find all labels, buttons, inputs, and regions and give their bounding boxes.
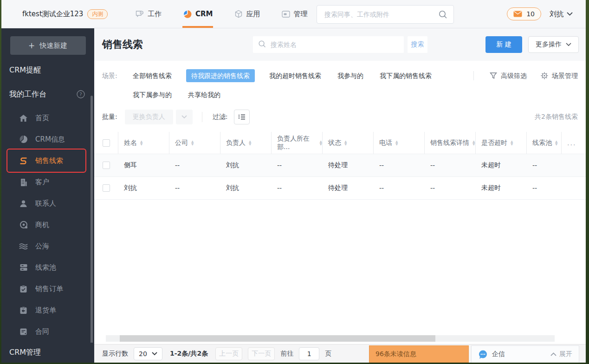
lead-name-cell[interactable]: 侧耳 [118, 161, 169, 169]
record-range: 1-2条/共2条 [170, 350, 208, 358]
sidebar-item-contract[interactable]: 合同 [1, 321, 94, 342]
nav-item-manage-card[interactable]: 管理 [282, 0, 308, 28]
sort-icon[interactable]: ▲▼ [140, 140, 142, 146]
scene-tab-3[interactable]: 我参与的 [336, 69, 365, 82]
sidebar-item-target[interactable]: 商机 [1, 214, 94, 235]
table-row[interactable]: 刘抗--刘抗--待处理----未超时-- [94, 177, 586, 200]
table-cell: -- [425, 162, 476, 169]
pie-icon [19, 135, 28, 143]
more-columns-button[interactable]: ... [562, 132, 586, 154]
sidebar-item-return[interactable]: 退货单 [1, 299, 94, 321]
nav-item-crm-pie[interactable]: CRM [183, 0, 213, 28]
leads-table: 姓名▲▼公司▲▼负责人▲▼负责人所在部...▲▼状态▲▼电话▲▼销售线索详情▲▼… [94, 132, 586, 200]
sort-icon[interactable]: ▲▼ [472, 140, 475, 146]
rows-per-page-select[interactable]: 20 [134, 347, 162, 360]
sidebar-item-building[interactable]: 客户 [1, 171, 94, 193]
sort-icon[interactable]: ▲▼ [555, 140, 557, 146]
top-nav: 工作CRM应用管理 [136, 0, 308, 28]
column-header-1[interactable]: 公司▲▼ [169, 132, 220, 154]
scene-tools: 高级筛选 场景管理 [473, 69, 578, 82]
scene-tab-4[interactable]: 我下属的销售线索 [378, 69, 434, 82]
sidebar-scrollbar[interactable] [91, 96, 93, 344]
column-header-7[interactable]: 是否超时▲▼ [476, 132, 527, 154]
table-cell: 待处理 [323, 184, 374, 192]
lead-name-cell[interactable]: 刘抗 [118, 184, 169, 192]
unread-messages-dock[interactable]: 96条未读信息 [369, 345, 469, 363]
more-actions-button[interactable]: 更多操作 [528, 36, 579, 53]
page-number-input[interactable] [299, 347, 319, 360]
qixin-chat-dock[interactable]: 企信 展开 [471, 345, 579, 363]
scene-tab-2[interactable]: 我的超时销售线索 [267, 69, 323, 82]
table-cell: -- [527, 162, 562, 169]
user-menu[interactable]: 刘抗 [550, 10, 573, 19]
sidebar-item-pool[interactable]: 线索池 [1, 257, 94, 278]
help-question-icon[interactable]: ? [77, 90, 85, 98]
sidebar-item-label: CRM信息 [35, 135, 65, 144]
change-owner-button[interactable]: 更换负责人 [125, 110, 173, 124]
envelope-icon [513, 11, 522, 17]
name-search-input[interactable] [253, 36, 404, 53]
filter-list-icon [238, 114, 246, 120]
scene-tab-6[interactable]: 共享给我的 [186, 88, 222, 101]
workbench-label: 我的工作台 [9, 90, 46, 99]
sidebar-item-waves[interactable]: 公海 [1, 235, 94, 257]
scene-manage-button[interactable]: 场景管理 [541, 69, 578, 82]
horizontal-scrollbar-track[interactable] [106, 335, 555, 342]
table-cell: -- [169, 184, 220, 192]
sort-icon[interactable]: ▲▼ [320, 140, 322, 146]
sidebar-item-person[interactable]: 联系人 [1, 193, 94, 214]
column-header-0[interactable]: 姓名▲▼ [118, 132, 169, 154]
batch-dropdown-button[interactable] [176, 110, 193, 124]
unread-mail-pill[interactable]: 10 [507, 7, 541, 20]
column-header-8[interactable]: 线索池▲▼ [527, 132, 562, 154]
filter-list-button[interactable] [234, 110, 250, 124]
top-bar: fktest测试企业123 内测 工作CRM应用管理 10 刘抗 [1, 0, 586, 28]
next-page-button[interactable]: 下一页 [248, 347, 275, 360]
column-label: 姓名 [124, 139, 137, 147]
column-header-2[interactable]: 负责人▲▼ [220, 132, 272, 154]
new-button[interactable]: 新 建 [485, 36, 522, 53]
table-cell: 待处理 [323, 161, 374, 169]
global-search-input[interactable] [317, 6, 453, 23]
sort-icon[interactable]: ▲▼ [344, 140, 347, 146]
nav-item-apps-cube[interactable]: 应用 [234, 0, 260, 28]
table-row[interactable]: 侧耳--刘抗--待处理----未超时-- [94, 154, 586, 177]
row-checkbox[interactable] [103, 184, 110, 192]
column-header-3[interactable]: 负责人所在部...▲▼ [272, 132, 323, 154]
column-header-6[interactable]: 销售线索详情▲▼ [425, 132, 476, 154]
sidebar-item-home[interactable]: 首页 [1, 107, 94, 129]
user-name: 刘抗 [550, 10, 563, 19]
select-all-checkbox[interactable] [103, 139, 110, 147]
global-search-box [317, 5, 454, 24]
quick-create-button[interactable]: + 快速新建 [10, 36, 86, 55]
list-panel: 场景: 全部销售线索待我跟进的销售线索我的超时销售线索我参与的我下属的销售线索我… [94, 61, 586, 344]
sort-icon[interactable]: ▲▼ [511, 140, 513, 146]
scene-tab-5[interactable]: 我下属参与的 [131, 88, 174, 101]
column-header-5[interactable]: 电话▲▼ [374, 132, 425, 154]
sidebar-item-label: 退货单 [35, 306, 56, 315]
sort-icon[interactable]: ▲▼ [395, 140, 398, 146]
sidebar-section-crm-reminder[interactable]: CRM提醒 [1, 61, 94, 79]
expand-button[interactable]: 展开 [550, 350, 572, 358]
column-label: 电话 [379, 139, 392, 147]
page-title: 销售线索 [102, 28, 143, 61]
sidebar-item-pie[interactable]: CRM信息 [1, 129, 94, 150]
column-header-4[interactable]: 状态▲▼ [323, 132, 374, 154]
nav-item-work-chat[interactable]: 工作 [136, 0, 162, 28]
scene-tab-1[interactable]: 待我跟进的销售线索 [186, 69, 255, 82]
sidebar-item-lead[interactable]: 销售线索 [1, 150, 94, 171]
table-body: 侧耳--刘抗--待处理----未超时--刘抗--刘抗--待处理----未超时-- [94, 154, 586, 200]
sidebar-section-workbench: 我的工作台 ? [1, 85, 94, 103]
search-button[interactable]: 搜索 [408, 36, 427, 53]
lead-icon [19, 157, 28, 165]
prev-page-button[interactable]: 上一页 [215, 347, 242, 360]
sort-icon[interactable]: ▲▼ [191, 140, 194, 146]
search-icon[interactable] [438, 10, 448, 20]
sort-icon[interactable]: ▲▼ [249, 140, 251, 146]
horizontal-scrollbar-thumb[interactable] [120, 335, 435, 342]
row-checkbox[interactable] [103, 162, 110, 169]
advanced-filter-button[interactable]: 高级筛选 [490, 69, 527, 82]
sidebar-item-order[interactable]: 销售订单 [1, 278, 94, 299]
scene-tab-0[interactable]: 全部销售线索 [131, 69, 174, 82]
sidebar-section-crm-manage[interactable]: CRM管理 [1, 343, 94, 363]
